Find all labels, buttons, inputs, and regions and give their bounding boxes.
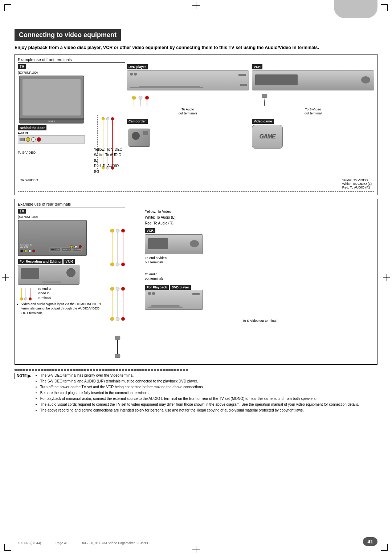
- svg-point-35: [121, 287, 125, 291]
- note-dot: [105, 369, 107, 371]
- note-dot: [107, 369, 110, 371]
- note-dot: [58, 369, 60, 371]
- rear-terminals-diagram: Example use of rear terminals TV (SX76NF…: [15, 199, 377, 365]
- note-dot: [99, 369, 101, 371]
- tv-rear-port-red: [79, 245, 82, 248]
- rear-right-area: Yellow: To Video White: To Audio (L) Red…: [145, 209, 374, 323]
- video-port-yellow: [26, 137, 30, 142]
- gray-tab-decoration: [334, 0, 377, 18]
- note-item: The S-VIDEO terminal has priority over t…: [40, 373, 359, 378]
- crosshair-left: [2, 274, 9, 281]
- svideo-note-left: To S-VIDEO: [20, 178, 38, 189]
- svg-point-20: [29, 297, 32, 300]
- tv-model-rear: (SX76NF100): [18, 215, 101, 219]
- center-cables-area: [105, 209, 141, 361]
- svg-point-4: [102, 117, 105, 120]
- footer-center: Page 41: [56, 541, 68, 545]
- camcorder-badge: Camcorder: [127, 119, 148, 124]
- note-dot: [148, 369, 150, 371]
- playback-area: To Audioout terminals For Playback DVD p…: [145, 272, 374, 310]
- dvd-player-badge: DVD player: [127, 64, 148, 69]
- note-dot: [35, 369, 37, 371]
- footer-left: SX66NF(33-44): [18, 541, 41, 545]
- audio-r-port-rear: [32, 250, 35, 252]
- note-label: NOTE: [17, 374, 27, 378]
- svideo-port-rear: [20, 250, 23, 252]
- note-dot: [166, 369, 168, 371]
- vcr-conn-label: To S-Videoout terminal: [252, 108, 374, 116]
- svg-point-24: [110, 229, 114, 232]
- note-dot: [32, 369, 34, 371]
- tv-bezel: SHARP: [19, 119, 84, 123]
- tv-label-front: TV: [18, 64, 26, 69]
- camcorder-card: Camcorder: [127, 119, 249, 150]
- tv-rear-body: OUT AV-1 IN AV-2 IN: [18, 220, 87, 256]
- audio-video-in-label: To Audio/Video interminals: [38, 287, 51, 300]
- note-dot: [87, 369, 89, 371]
- vcr-label-rear: VCR: [64, 259, 75, 264]
- note-dot: [122, 369, 124, 371]
- vcr-right-badge: VCR: [145, 228, 155, 233]
- note-dot: [15, 369, 17, 371]
- vcr-card-front: VCR To S-Videoout terminal: [252, 64, 374, 116]
- behind-door-label: Behind the door: [18, 125, 46, 130]
- note-dot: [180, 369, 182, 371]
- tv-rear-port-yellow: [70, 245, 73, 248]
- svg-point-34: [116, 287, 119, 291]
- svg-point-11: [139, 96, 142, 100]
- note-dot: [26, 369, 28, 371]
- av-in-label: AV-3 IN: [18, 131, 85, 135]
- rear-color-notes: Yellow: To Video White: To Audio (L) Red…: [145, 209, 374, 226]
- note-dot: [183, 369, 185, 371]
- for-playback-label: For Playback: [145, 285, 169, 290]
- video-game-badge: Video game: [252, 119, 274, 124]
- color-cable-notes: Yellow: To VIDEO White: To AUDIO (L) Red…: [342, 178, 372, 189]
- connector-panel-front: [18, 135, 85, 143]
- note-dot: [67, 369, 69, 371]
- for-recording-label: For Recording and Editing: [18, 259, 62, 264]
- svg-point-12: [145, 96, 149, 100]
- svideo-out-label: To S-Video out terminal: [145, 319, 374, 323]
- rear-left-area: TV (SX76NF100) OUT AV-1 IN: [18, 209, 101, 316]
- svg-rect-44: [115, 354, 120, 358]
- svg-point-39: [110, 317, 114, 321]
- game-label-overlay: GAME: [260, 133, 275, 140]
- note-dot: [102, 369, 104, 371]
- note-list: The S-VIDEO terminal has priority over t…: [36, 373, 359, 413]
- note-dot: [145, 369, 147, 371]
- tv-device-front: TV (SX76NF100) SHARP Behind the door: [18, 64, 90, 154]
- corner-mark-br: [381, 544, 388, 551]
- svg-point-33: [110, 287, 114, 291]
- note-dot: [84, 369, 86, 371]
- dvd-player-label-rear: DVD player: [170, 285, 191, 290]
- note-dot: [75, 369, 78, 371]
- dvd-cable-svg: [127, 92, 167, 107]
- tv-rear-port-white: [74, 245, 77, 248]
- note-dot: [142, 369, 144, 371]
- rear-center-cable-svg: [105, 216, 141, 361]
- note-dot: [41, 369, 43, 371]
- svg-rect-16: [262, 94, 267, 98]
- dvd-player-img: [127, 70, 249, 90]
- note-dot: [131, 369, 133, 371]
- svg-point-19: [24, 297, 27, 300]
- intro-paragraph: Enjoy playback from a video disc player,…: [15, 45, 377, 51]
- note-dot: [96, 369, 98, 371]
- vcr-badge-front: VCR: [252, 64, 262, 69]
- svideo-label-front: To S-VIDEO: [18, 151, 85, 154]
- note-dot: [119, 369, 121, 371]
- audio-l-port-white: [31, 137, 36, 142]
- dashed-connection-area: To S-VIDEO Yellow: To VIDEO White: To AU…: [18, 176, 374, 192]
- tv-screen-inner: [23, 79, 81, 116]
- note-dot: [160, 369, 162, 371]
- to-audio-out-label: To Audioout terminals: [145, 272, 374, 281]
- note-dot: [70, 369, 72, 371]
- note-item: For playback of monaural audio, connect …: [40, 396, 359, 401]
- note-dot: [157, 369, 159, 371]
- note-dot: [186, 369, 188, 371]
- footer-text: SX66NF(33-44) Page 41 03.7.30, 9:06 AM A…: [18, 541, 150, 545]
- vcr-audio-video-label: To Audio/Video interminals: [18, 286, 101, 301]
- note-dot: [154, 369, 156, 371]
- note-dot: [29, 369, 31, 371]
- vcr-body-rear: [18, 265, 79, 285]
